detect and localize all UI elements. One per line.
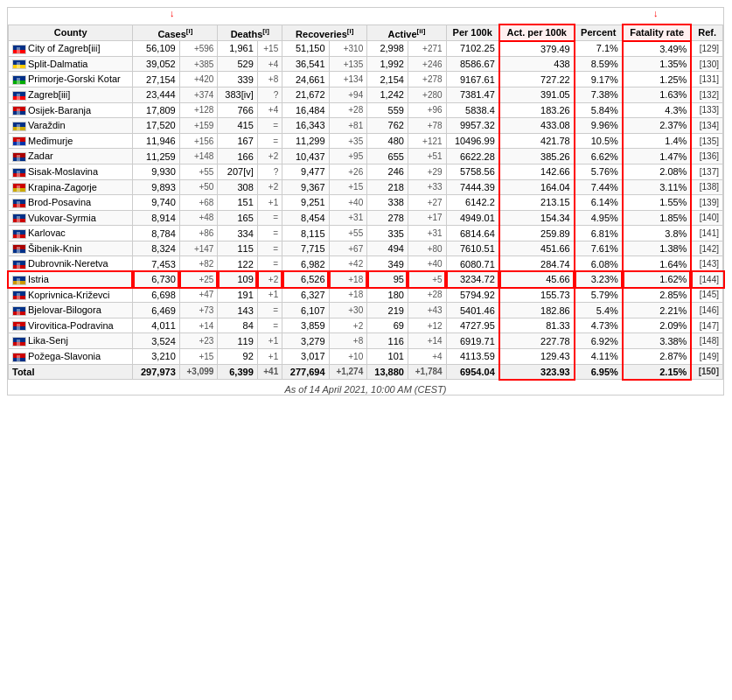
ref-value: [146] bbox=[691, 303, 722, 318]
percent-value: 3.23% bbox=[575, 272, 623, 288]
cases-value: 3,524 bbox=[133, 333, 179, 349]
cases-delta: +147 bbox=[179, 241, 218, 256]
ref-value: [143] bbox=[691, 256, 722, 272]
per100k-value: 4949.01 bbox=[446, 210, 499, 226]
act-per100k-value: 227.78 bbox=[499, 333, 575, 349]
per100k-value: 7610.51 bbox=[446, 241, 499, 256]
table-row: Varaždin 17,520 +159 415 = 16,343 +81 76… bbox=[9, 118, 723, 134]
cases-delta: +159 bbox=[179, 118, 218, 134]
county-name: Zadar bbox=[9, 149, 133, 164]
fatality-value: 1.25% bbox=[623, 72, 692, 88]
cases-delta: +23 bbox=[179, 333, 218, 349]
cases-delta: +420 bbox=[179, 72, 218, 88]
table-row: Lika-Senj 3,524 +23 119 +1 3,279 +8 116 … bbox=[9, 333, 723, 349]
fatality-value: 2.85% bbox=[623, 287, 692, 303]
table-row: Krapina-Zagorje 9,893 +50 308 +2 9,367 +… bbox=[9, 179, 723, 195]
ref-value: [139] bbox=[691, 195, 722, 211]
recoveries-value: 9,367 bbox=[282, 179, 329, 195]
recoveries-value: 16,343 bbox=[282, 118, 329, 134]
deaths-delta: = bbox=[257, 241, 282, 256]
cases-value: 17,809 bbox=[133, 102, 179, 118]
percent-value: 9.17% bbox=[575, 72, 623, 88]
fatality-value: 1.4% bbox=[623, 133, 692, 149]
percent-value: 6.14% bbox=[575, 195, 623, 211]
active-value: 655 bbox=[367, 149, 408, 164]
svg-rect-53 bbox=[17, 309, 20, 315]
recoveries-value: 3,017 bbox=[282, 349, 329, 365]
table-row: Požega-Slavonia 3,210 +15 92 +1 3,017 +1… bbox=[9, 349, 723, 365]
per100k-value: 4113.59 bbox=[446, 349, 499, 365]
col-header-ref: Ref. bbox=[691, 24, 722, 41]
svg-rect-41 bbox=[17, 247, 20, 253]
active-value: 219 bbox=[367, 303, 408, 318]
deaths-delta: +1 bbox=[257, 349, 282, 365]
table-row: Međimurje 11,946 +156 167 = 11,299 +35 4… bbox=[9, 133, 723, 149]
active-value: 762 bbox=[367, 118, 408, 134]
active-value: 2,154 bbox=[367, 72, 408, 88]
main-table-container: ↓ ↓ County Cases[i] Deaths[i] Recoveries… bbox=[7, 7, 724, 396]
deaths-delta: +15 bbox=[257, 41, 282, 57]
recoveries-value: 8,454 bbox=[282, 210, 329, 226]
act-per100k-value: 385.26 bbox=[499, 149, 575, 164]
cases-value: 9,893 bbox=[133, 179, 179, 195]
table-row: Istria 6,730 +25 109 +2 6,526 +18 95 +5 … bbox=[9, 272, 723, 288]
deaths-delta: ? bbox=[257, 164, 282, 179]
col-header-cases: Cases[i] bbox=[133, 24, 218, 41]
cases-value: 6,469 bbox=[133, 303, 179, 318]
table-row: Šibenik-Knin 8,324 +147 115 = 7,715 +67 … bbox=[9, 241, 723, 256]
svg-rect-14 bbox=[17, 108, 20, 115]
percent-value: 9.96% bbox=[575, 118, 623, 134]
col-header-percent: Percent bbox=[575, 24, 623, 41]
fatality-value: 2.09% bbox=[623, 318, 692, 333]
per100k-value: 6814.64 bbox=[446, 226, 499, 242]
per100k-value: 7444.39 bbox=[446, 179, 499, 195]
recoveries-delta: +26 bbox=[329, 164, 367, 179]
svg-rect-11 bbox=[17, 94, 20, 100]
ref-value: [133] bbox=[691, 102, 722, 118]
per100k-value: 6080.71 bbox=[446, 256, 499, 272]
active-delta: +4 bbox=[408, 349, 446, 365]
svg-rect-29 bbox=[17, 186, 20, 192]
recoveries-value: 6,107 bbox=[282, 303, 329, 318]
percent-value: 7.44% bbox=[575, 179, 623, 195]
recoveries-value: 6,327 bbox=[282, 287, 329, 303]
ref-value: [138] bbox=[691, 179, 722, 195]
svg-rect-26 bbox=[17, 171, 20, 177]
footer-note: As of 14 April 2021, 10:00 AM (CEST) bbox=[8, 384, 723, 395]
total-recoveries: 277,694 bbox=[282, 364, 329, 380]
deaths-delta: = bbox=[257, 256, 282, 272]
recoveries-value: 16,484 bbox=[282, 102, 329, 118]
active-delta: +280 bbox=[408, 87, 446, 102]
svg-rect-38 bbox=[17, 232, 20, 238]
deaths-delta: +1 bbox=[257, 287, 282, 303]
table-row: Sisak-Moslavina 9,930 +55 207[v] ? 9,477… bbox=[9, 164, 723, 179]
svg-rect-50 bbox=[17, 293, 20, 299]
recoveries-delta: +135 bbox=[329, 56, 367, 72]
county-name: Vukovar-Syrmia bbox=[9, 210, 133, 226]
cases-delta: +156 bbox=[179, 133, 218, 149]
deaths-delta: ? bbox=[257, 87, 282, 102]
cases-delta: +596 bbox=[179, 41, 218, 57]
county-name: Virovitica-Podravina bbox=[9, 318, 133, 333]
active-delta: +5 bbox=[408, 272, 446, 288]
ref-value: [132] bbox=[691, 87, 722, 102]
cases-delta: +86 bbox=[179, 226, 218, 242]
percent-value: 5.4% bbox=[575, 303, 623, 318]
cases-delta: +47 bbox=[179, 287, 218, 303]
total-active-delta: +1,784 bbox=[408, 364, 446, 380]
act-per100k-value: 129.43 bbox=[499, 349, 575, 365]
table-row: Bjelovar-Bilogora 6,469 +73 143 = 6,107 … bbox=[9, 303, 723, 318]
ref-value: [148] bbox=[691, 333, 722, 349]
deaths-value: 92 bbox=[218, 349, 257, 365]
recoveries-value: 11,299 bbox=[282, 133, 329, 149]
recoveries-value: 6,526 bbox=[282, 272, 329, 288]
fatality-value: 1.47% bbox=[623, 149, 692, 164]
county-name: City of Zagreb[iii] bbox=[9, 41, 133, 57]
ref-value: [149] bbox=[691, 349, 722, 365]
total-percent: 6.95% bbox=[575, 364, 623, 380]
fatality-value: 1.55% bbox=[623, 195, 692, 211]
active-delta: +17 bbox=[408, 210, 446, 226]
cases-value: 11,946 bbox=[133, 133, 179, 149]
county-name: Zagreb[iii] bbox=[9, 87, 133, 102]
active-value: 116 bbox=[367, 333, 408, 349]
